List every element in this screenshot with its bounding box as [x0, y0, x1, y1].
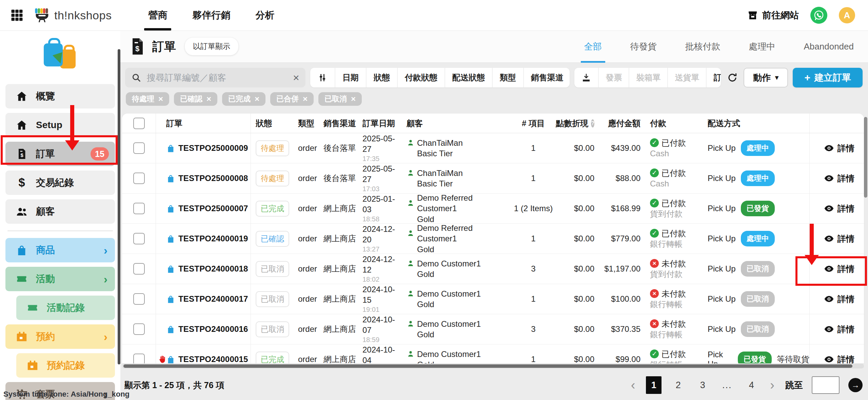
order-detail-button[interactable]: 詳情 [810, 254, 864, 284]
sidebar-item-overview[interactable]: 概覽 [5, 84, 115, 108]
nav-tab-affiliate-marketing[interactable]: 夥伴行銷 [192, 0, 230, 31]
sidebar-item-setup[interactable]: Setup [5, 113, 115, 137]
order-detail-button[interactable]: 詳情 [810, 284, 864, 314]
sidebar-item-products[interactable]: 商品 › [5, 238, 115, 262]
chip-close-icon[interactable]: × [206, 94, 211, 104]
customer-name[interactable]: Demo Customer1 [417, 288, 481, 299]
order-id[interactable]: TESTPO24000018 [178, 264, 248, 274]
filter-chip-pending[interactable]: 待處理 × [126, 92, 169, 106]
chip-close-icon[interactable]: × [158, 94, 163, 104]
chip-close-icon[interactable]: × [255, 94, 259, 104]
order-id[interactable]: TESTPO24000016 [178, 324, 248, 334]
create-order-button[interactable]: + 建立訂單 [793, 68, 863, 87]
jump-to-page-input[interactable] [812, 376, 840, 394]
people-icon [16, 205, 28, 218]
prev-page-icon[interactable]: ‹ [629, 379, 637, 392]
order-detail-button[interactable]: 詳情 [810, 133, 864, 163]
vertical-scrollbar[interactable] [864, 117, 867, 198]
order-id[interactable]: TESTPO24000019 [178, 234, 248, 243]
row-checkbox[interactable] [133, 233, 145, 244]
filter-sales-channel[interactable]: 銷售渠道 [523, 68, 570, 87]
order-detail-button[interactable]: 詳情 [810, 314, 864, 344]
sidebar-item-orders[interactable]: $ 訂單 15 [5, 142, 115, 166]
row-checkbox[interactable] [133, 173, 145, 184]
go-to-site-button[interactable]: 前往網站 [747, 9, 799, 21]
eye-icon [824, 324, 834, 334]
sidebar-item-booking-records[interactable]: 預約記錄 [16, 353, 115, 378]
order-detail-button[interactable]: 詳情 [810, 224, 864, 254]
order-id[interactable]: TESTPO25000008 [178, 174, 248, 183]
customer-name[interactable]: ChanTaiMan [417, 168, 463, 178]
row-checkbox[interactable] [133, 142, 145, 154]
order-detail-button[interactable]: 詳情 [810, 344, 864, 363]
caret-down-icon: ▾ [775, 74, 778, 81]
order-id[interactable]: TESTPO25000007 [178, 204, 248, 213]
order-detail-button[interactable]: 詳情 [810, 163, 864, 193]
customer-name[interactable]: Demo Customer1 [417, 319, 481, 329]
page-3[interactable]: 3 [695, 376, 710, 394]
order-id[interactable]: TESTPO25000009 [178, 143, 248, 153]
chip-close-icon[interactable]: × [351, 94, 356, 104]
next-page-icon[interactable]: › [768, 379, 776, 392]
tab-all[interactable]: 全部 [584, 31, 602, 63]
nav-tab-analytics[interactable]: 分析 [255, 0, 274, 31]
avatar[interactable]: A [839, 7, 855, 23]
sidebar-item-event-records[interactable]: 活動記錄 [16, 296, 115, 320]
nav-tab-business[interactable]: 營商 [148, 0, 167, 31]
amount-due: $99.00 [605, 344, 645, 363]
filter-chip-cancelled[interactable]: 已取消 × [318, 92, 362, 106]
tab-abandoned[interactable]: Abandonded [804, 31, 854, 63]
export-download-button[interactable] [574, 68, 598, 87]
page-2[interactable]: 2 [670, 376, 686, 394]
customer-tier: Gold [407, 244, 434, 254]
filter-chip-confirmed[interactable]: 已確認 × [174, 92, 217, 106]
go-to-page-button[interactable]: → [848, 378, 863, 392]
tab-approve-payment[interactable]: 批核付款 [685, 31, 721, 63]
search-input[interactable] [146, 72, 288, 83]
filter-chip-merged[interactable]: 已合併 × [270, 92, 314, 106]
apps-grid-icon[interactable] [9, 8, 24, 23]
page-4[interactable]: 4 [744, 376, 759, 394]
table-row: TESTPO24000019 已確認 order 網上商店 2024-12-20… [122, 224, 864, 254]
help-icon[interactable]: ? [591, 119, 594, 127]
sidebar-item-transactions[interactable]: $ 交易紀錄 [5, 171, 115, 195]
order-info-button[interactable]: 訂單資料 [706, 68, 721, 87]
sidebar-item-bookings[interactable]: 預約 › [5, 324, 115, 349]
whatsapp-icon[interactable] [810, 7, 827, 24]
row-checkbox[interactable] [133, 293, 145, 305]
filter-type[interactable]: 類型 [492, 68, 523, 87]
filter-date[interactable]: 日期 [335, 68, 366, 87]
actions-dropdown-button[interactable]: 動作 ▾ [744, 68, 788, 87]
filter-status[interactable]: 狀態 [366, 68, 397, 87]
clear-search-icon[interactable]: × [293, 72, 299, 83]
row-checkbox[interactable] [133, 323, 145, 335]
select-all-checkbox[interactable] [133, 118, 145, 129]
chip-close-icon[interactable]: × [303, 94, 308, 104]
filter-delivery-status[interactable]: 配送狀態 [445, 68, 492, 87]
sidebar-scrollbar[interactable] [118, 49, 120, 364]
row-checkbox[interactable] [133, 203, 145, 214]
filter-chip-completed[interactable]: 已完成 × [222, 92, 265, 106]
row-checkbox[interactable] [133, 354, 145, 363]
sidebar-item-customers[interactable]: 顧客 [5, 199, 115, 224]
horizontal-scrollbar[interactable] [123, 364, 852, 368]
brand-logo[interactable]: th!nkshops [33, 6, 112, 24]
filter-payment-status[interactable]: 付款狀態 [397, 68, 445, 87]
customer-name[interactable]: Demo Customer1 [417, 258, 481, 269]
sidebar-item-events[interactable]: 活動 › [5, 267, 115, 291]
order-id[interactable]: TESTPO24000017 [178, 294, 248, 304]
row-checkbox[interactable] [133, 263, 145, 275]
filter-sliders-icon[interactable] [310, 68, 335, 87]
customer-name[interactable]: ChanTaiMan [417, 138, 463, 148]
page-1[interactable]: 1 [646, 376, 662, 394]
customer-name[interactable]: Demo Customer1 [417, 349, 481, 359]
tab-processing[interactable]: 處理中 [749, 31, 775, 63]
tab-to-ship[interactable]: 待發貨 [630, 31, 657, 63]
status-pill: 已取消 [256, 321, 289, 337]
view-toggle-button[interactable]: 以訂單顯示 [185, 38, 238, 55]
refresh-button[interactable] [726, 68, 739, 87]
order-detail-button[interactable]: 詳情 [810, 194, 864, 223]
customer-name[interactable]: Demo Referred Customer1 [417, 224, 510, 244]
customer-name[interactable]: Demo Referred Customer1 [417, 194, 510, 214]
order-id[interactable]: TESTPO24000015 [178, 355, 248, 363]
